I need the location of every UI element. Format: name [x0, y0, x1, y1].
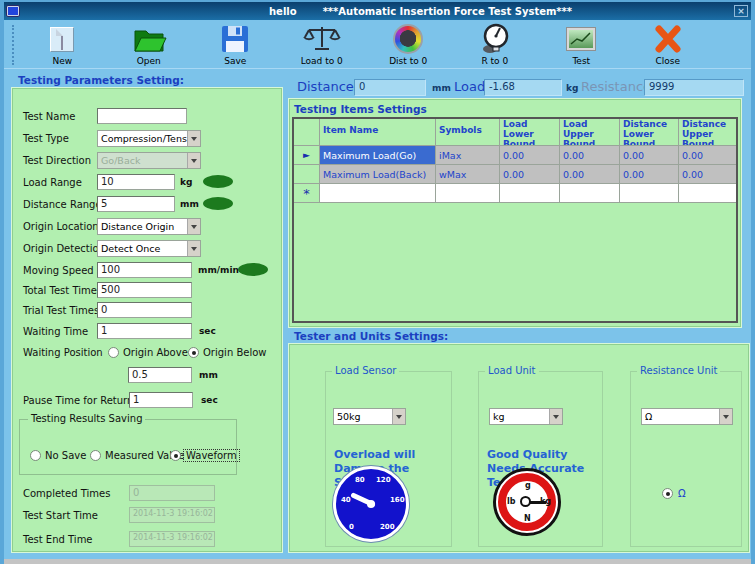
load-to-zero-label: Load to 0: [301, 56, 343, 66]
moving-speed-input[interactable]: 100: [97, 262, 192, 278]
window-title: hello ***Automatic Insertion Force Test …: [269, 6, 572, 17]
chevron-down-icon[interactable]: [549, 409, 562, 424]
origin-above-radio[interactable]: [108, 347, 119, 358]
test-button-label: Test: [572, 56, 590, 66]
gauge-hub: [367, 500, 375, 508]
completed-times-label: Completed Times: [23, 488, 110, 499]
test-type-dropdown[interactable]: Compression/Tensio: [97, 130, 201, 147]
new-row-asterisk-icon: *: [303, 186, 310, 201]
no-save-radio[interactable]: [30, 450, 41, 461]
origin-detection-label: Origin Detection: [23, 243, 105, 254]
cell-symbol[interactable]: [436, 184, 500, 203]
test-name-input[interactable]: [97, 108, 187, 124]
close-button[interactable]: Close: [625, 23, 712, 69]
row-selector-cell[interactable]: *: [294, 184, 320, 203]
cell-dist-upper[interactable]: 0.00: [679, 165, 736, 184]
chevron-down-icon[interactable]: [187, 241, 200, 256]
total-test-times-label: Total Test Times: [23, 285, 102, 296]
resistance-unit-value: Ω: [642, 411, 719, 422]
origin-below-radio[interactable]: [188, 347, 199, 358]
cell-load-upper[interactable]: 0.00: [560, 146, 620, 165]
open-button[interactable]: Open: [106, 23, 193, 69]
load-sensor-group: Load Sensor 50kg Overload will Damage th…: [325, 371, 452, 547]
dial-label-lb: lb: [507, 497, 515, 506]
test-start-time-field: 2014-11-3 19:16:02: [129, 507, 215, 523]
col-symbols[interactable]: Symbols: [436, 119, 500, 146]
test-name-label: Test Name: [23, 111, 75, 122]
cell-dist-upper[interactable]: 0.00: [679, 146, 736, 165]
cell-dist-lower[interactable]: 0.00: [620, 165, 679, 184]
cell-load-lower[interactable]: 0.00: [500, 165, 560, 184]
distance-range-unit: mm: [180, 199, 199, 209]
units-panel-title: Tester and Units Settings:: [294, 330, 448, 342]
resistance-unit-dropdown[interactable]: Ω: [641, 408, 733, 425]
save-floppy-icon: [221, 23, 249, 55]
col-load-upper[interactable]: Load Upper Bound: [560, 119, 620, 146]
load-to-zero-button[interactable]: Load to 0: [279, 23, 366, 69]
waveform-radio[interactable]: [170, 450, 181, 461]
gauge-tick: 40: [341, 496, 351, 504]
chevron-down-icon[interactable]: [187, 219, 200, 234]
waiting-offset-input[interactable]: 0.5: [128, 367, 192, 383]
cell-dist-lower[interactable]: [620, 184, 679, 203]
measured-value-radio[interactable]: [90, 450, 101, 461]
new-button[interactable]: New: [19, 23, 106, 69]
load-unit-group: Load Unit kg Good Quality Needs Accurate…: [478, 371, 603, 547]
col-dist-upper[interactable]: Distance Upper Bound: [679, 119, 736, 146]
col-dist-lower[interactable]: Distance Lower Bound: [620, 119, 679, 146]
load-range-unit: kg: [180, 177, 192, 187]
origin-location-value: Distance Origin: [98, 221, 187, 232]
origin-location-dropdown[interactable]: Distance Origin: [97, 218, 201, 235]
total-test-times-input[interactable]: 500: [97, 282, 192, 298]
test-direction-value: Go/Back: [98, 155, 187, 166]
titlebar-close-button[interactable]: ×: [734, 5, 748, 17]
load-unit-dropdown[interactable]: kg: [489, 408, 563, 425]
chevron-down-icon[interactable]: [187, 131, 200, 146]
new-document-icon: [50, 27, 74, 52]
toolbar: New Open Save: [4, 21, 751, 69]
current-row-arrow-icon: ►: [303, 150, 310, 160]
origin-detection-dropdown[interactable]: Detect Once: [97, 240, 201, 257]
cell-item-name[interactable]: Maximum Load(Go): [320, 146, 436, 165]
cell-load-lower[interactable]: 0.00: [500, 146, 560, 165]
load-unit-title: Load Unit: [485, 365, 539, 376]
cell-load-upper[interactable]: [560, 184, 620, 203]
test-end-time-field: 2014-11-3 19:16:02: [129, 531, 215, 547]
load-unit-value: kg: [490, 411, 549, 422]
pause-time-label: Pause Time for Return: [23, 395, 133, 406]
chevron-down-icon[interactable]: [392, 409, 405, 424]
cell-load-upper[interactable]: 0.00: [560, 165, 620, 184]
pause-time-unit: sec: [201, 395, 218, 405]
close-button-label: Close: [655, 56, 680, 66]
cell-dist-lower[interactable]: 0.00: [620, 146, 679, 165]
distance-range-input[interactable]: 5: [97, 196, 175, 212]
trial-test-times-input[interactable]: 0: [97, 302, 192, 318]
waiting-time-input[interactable]: 1: [97, 323, 192, 339]
save-button[interactable]: Save: [192, 23, 279, 69]
gauge-tick: 120: [376, 476, 391, 484]
r-to-zero-button[interactable]: R to 0: [452, 23, 539, 69]
col-load-lower[interactable]: Load Lower Bound: [500, 119, 560, 146]
pause-time-input[interactable]: 1: [129, 392, 193, 408]
cell-item-name[interactable]: Maximum Load(Back): [320, 165, 436, 184]
cell-symbol[interactable]: iMax: [436, 146, 500, 165]
chevron-down-icon[interactable]: [719, 409, 732, 424]
balance-scale-icon: [303, 23, 341, 55]
cell-dist-upper[interactable]: [679, 184, 736, 203]
load-range-input[interactable]: 10: [97, 174, 175, 190]
load-sensor-dropdown[interactable]: 50kg: [333, 408, 406, 425]
toolbar-grip: [12, 25, 15, 65]
cell-load-lower[interactable]: [500, 184, 560, 203]
row-selector-cell[interactable]: ►: [294, 146, 320, 165]
cell-item-name[interactable]: [320, 184, 436, 203]
test-direction-dropdown: Go/Back: [97, 152, 201, 169]
ohm-radio[interactable]: [662, 488, 673, 499]
gauge-tick: 80: [355, 476, 365, 484]
moving-speed-status-lamp: [238, 263, 268, 276]
row-selector-cell[interactable]: [294, 165, 320, 184]
cell-symbol[interactable]: wMax: [436, 165, 500, 184]
test-button[interactable]: Test: [538, 23, 625, 69]
col-item-name[interactable]: Item Name: [320, 119, 436, 146]
dial-hub: [520, 496, 531, 507]
dist-to-zero-button[interactable]: Dist to 0: [365, 23, 452, 69]
